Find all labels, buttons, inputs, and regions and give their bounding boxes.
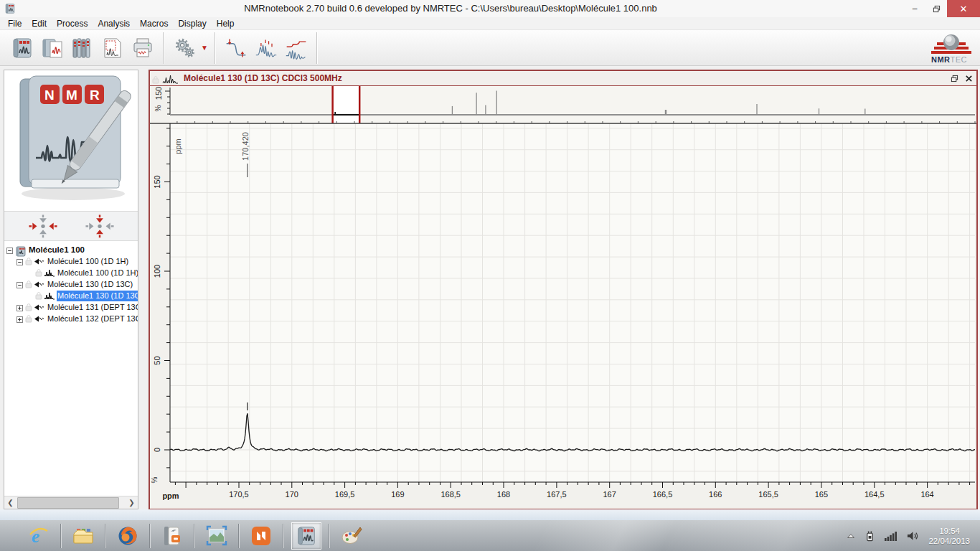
fid-icon [34, 303, 44, 311]
scrollbar-thumb[interactable] [17, 497, 119, 509]
screen: NMRnotebook 2.70 build 0.6 developed by … [0, 0, 980, 551]
spectrum-chart[interactable]: 150%170,5170169,5169168,5168167,5167166,… [150, 86, 976, 509]
export-page-button[interactable] [38, 33, 67, 63]
taskbar-internet-explorer-button[interactable]: e [24, 523, 53, 549]
svg-text:170: 170 [286, 490, 298, 499]
tree-item[interactable]: Molécule1 100 (1D 1H) [4, 255, 138, 267]
tree-item-label[interactable]: Molécule1 100 (1D 1H) [57, 268, 138, 278]
dropdown-arrow-icon[interactable]: ▼ [199, 33, 209, 63]
svg-text:169: 169 [391, 490, 404, 499]
print-button[interactable] [128, 33, 157, 63]
menu-bar: FileEditProcessAnalysisMacrosDisplayHelp [0, 17, 980, 30]
fid-icon [34, 315, 44, 323]
taskbar-firefox-button[interactable] [113, 523, 142, 549]
tree-item-label[interactable]: Molécule1 100 [28, 245, 138, 255]
collapse-band [4, 211, 138, 241]
window-close-button[interactable] [965, 75, 973, 83]
svg-text:168: 168 [497, 490, 510, 499]
svg-text:%: % [151, 476, 159, 483]
notebook-button[interactable] [8, 33, 37, 63]
svg-text:165,5: 165,5 [758, 490, 778, 499]
menu-item-analysis[interactable]: Analysis [93, 17, 135, 30]
svg-text:0: 0 [153, 448, 161, 452]
taskbar-photo-viewer-button[interactable] [202, 523, 231, 549]
menu-item-display[interactable]: Display [173, 17, 211, 30]
restore-button[interactable] [925, 0, 947, 17]
menu-item-edit[interactable]: Edit [27, 17, 52, 30]
scroll-left-icon[interactable]: ❮ [4, 496, 17, 508]
collapse-vertical-button[interactable] [84, 215, 116, 237]
close-button[interactable]: ✕ [947, 0, 980, 17]
tree-expander-minus-icon[interactable] [6, 247, 13, 253]
svg-text:168,5: 168,5 [440, 490, 461, 499]
volume-icon[interactable] [907, 531, 919, 541]
toolbar-separator [215, 32, 216, 64]
library-icon [71, 37, 94, 60]
tree-item-label[interactable]: Molécule1 100 (1D 1H) [47, 256, 138, 267]
tree-item[interactable]: Molécule1 131 (DEPT 13C) [4, 301, 138, 313]
minimize-button[interactable]: – [904, 0, 925, 17]
taskbar-paint-button[interactable] [337, 523, 366, 549]
window-restore-button[interactable] [951, 75, 958, 83]
tree-expander-plus-icon[interactable] [17, 304, 23, 311]
svg-text:R: R [90, 88, 100, 103]
internet-explorer-icon: e [28, 525, 50, 547]
file-explorer-icon [72, 525, 94, 547]
tree-item[interactable]: Molécule1 100 (1D 1H) [4, 267, 138, 278]
lock-icon [152, 74, 159, 83]
menu-item-macros[interactable]: Macros [135, 17, 173, 30]
scroll-right-icon[interactable]: ❯ [126, 496, 138, 508]
nmrtec-logo: NMRTEC [928, 32, 974, 64]
fid-icon [34, 281, 44, 288]
svg-text:ppm: ppm [174, 138, 182, 154]
library-button[interactable] [68, 33, 97, 63]
tree-item[interactable]: Molécule1 132 (DEPT 13C) [4, 313, 138, 324]
taskbar-office-writer-button[interactable] [158, 523, 187, 549]
tree-expander-plus-icon[interactable] [17, 316, 23, 322]
fid-icon [34, 258, 44, 265]
svg-text:ppm: ppm [162, 491, 179, 500]
spectrum-window-titlebar[interactable]: Molécule1 130 (1D 13C) CDCl3 500MHz [150, 71, 976, 86]
taskbar-nmrnotebook-button[interactable] [291, 522, 321, 550]
tree-item-label[interactable]: Molécule1 130 (1D 13C) [47, 279, 138, 290]
menu-item-file[interactable]: File [3, 17, 27, 30]
taskbar-separator [329, 524, 330, 548]
tree-horizontal-scrollbar[interactable]: ❮ ❯ [4, 496, 138, 509]
svg-text:165: 165 [815, 490, 828, 499]
window-bottom-frame [0, 509, 980, 520]
tree-item-label[interactable]: Molécule1 131 (DEPT 13C) [47, 302, 138, 313]
lock-icon [25, 280, 32, 288]
svg-text:100: 100 [153, 265, 161, 278]
tray-expand-icon[interactable] [847, 532, 855, 539]
tree-item-label[interactable]: Molécule1 130 (1D 13C) [57, 291, 138, 301]
settings-gears-button[interactable] [170, 33, 199, 63]
lock-icon [25, 257, 32, 265]
peak-picking-button[interactable] [252, 33, 281, 63]
overview-selection[interactable] [333, 86, 360, 123]
tray-date: 22/04/2013 [928, 536, 970, 546]
taskbar-clock[interactable]: 19:54 22/04/2013 [928, 526, 973, 546]
integration-button[interactable] [282, 33, 311, 63]
print-icon [131, 37, 154, 60]
svg-text:164,5: 164,5 [864, 490, 885, 499]
report-button[interactable] [98, 33, 127, 63]
notebook-panel: N M R Molécule1 100Molécule1 100 (1D 1H)… [4, 70, 138, 509]
taskbar-nitro-pdf-button[interactable] [247, 523, 275, 549]
svg-text:M: M [66, 88, 77, 103]
taskbar-file-explorer-button[interactable] [69, 523, 98, 549]
tree-expander-minus-icon[interactable] [17, 281, 23, 288]
tree-item-label[interactable]: Molécule1 132 (DEPT 13C) [47, 314, 138, 324]
menu-item-help[interactable]: Help [212, 17, 240, 30]
tree-item[interactable]: Molécule1 130 (1D 13C) [4, 290, 138, 301]
tree-expander-minus-icon[interactable] [17, 258, 23, 265]
network-icon[interactable] [885, 531, 897, 541]
spectrum-window-title: Molécule1 130 (1D 13C) CDCl3 500MHz [184, 73, 951, 83]
collapse-horizontal-button[interactable] [27, 215, 59, 237]
phase-correction-button[interactable] [222, 33, 250, 63]
svg-text:169,5: 169,5 [335, 490, 355, 499]
nmrnotebook-icon [296, 525, 317, 547]
menu-item-process[interactable]: Process [52, 17, 93, 30]
tree-item[interactable]: Molécule1 130 (1D 13C) [4, 278, 138, 290]
tree-item[interactable]: Molécule1 100 [4, 244, 138, 255]
power-icon[interactable] [864, 530, 875, 542]
